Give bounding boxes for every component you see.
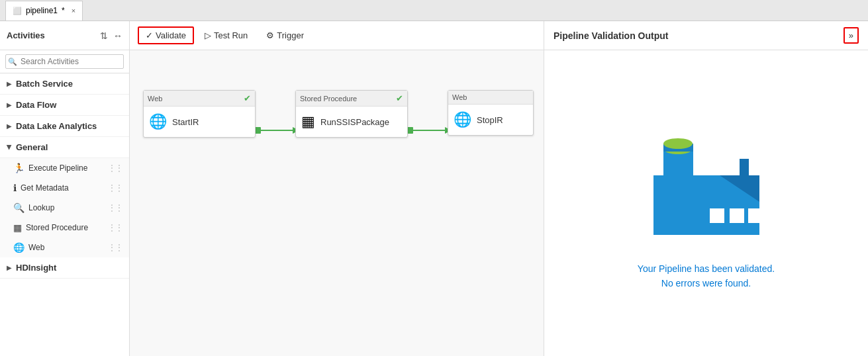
toolbar: ✓ Validate ▷ Test Run ⚙ Trigger bbox=[130, 21, 544, 50]
get-metadata-label: Get Metadata bbox=[21, 183, 69, 193]
stored-procedure-label: Stored Procedure bbox=[26, 223, 88, 232]
sidebar-item-get-metadata[interactable]: ℹ Get Metadata ⋮⋮ bbox=[0, 178, 129, 198]
get-metadata-icon: ℹ bbox=[13, 183, 17, 193]
hdinsight-arrow: ▶ bbox=[7, 264, 12, 271]
node-web2-icon: 🌐 bbox=[454, 111, 471, 128]
lookup-label: Lookup bbox=[28, 203, 54, 212]
web-icon: 🌐 bbox=[13, 242, 24, 253]
sidebar-content: ▶ Batch Service ▶ Data Flow ▶ Data Lake … bbox=[0, 73, 129, 356]
drag-handle-execute: ⋮⋮ bbox=[108, 163, 122, 173]
factory-illustration bbox=[640, 116, 773, 248]
svg-rect-12 bbox=[710, 208, 724, 223]
node-stored-type: Stored Procedure bbox=[300, 95, 357, 103]
svg-rect-13 bbox=[730, 208, 744, 223]
sidebar-item-stored-procedure[interactable]: ▦ Stored Procedure ⋮⋮ bbox=[0, 218, 129, 238]
node-web1[interactable]: Web ✔ 🌐 StartIR bbox=[143, 90, 256, 138]
stored-procedure-icon: ▦ bbox=[13, 222, 22, 233]
sidebar-item-general[interactable]: ▶ General bbox=[0, 137, 129, 158]
drag-handle-metadata: ⋮⋮ bbox=[108, 183, 122, 193]
right-panel: Pipeline Validation Output » bbox=[544, 21, 868, 356]
drag-handle-web: ⋮⋮ bbox=[108, 243, 122, 252]
svg-point-10 bbox=[663, 138, 693, 149]
drag-handle-lookup: ⋮⋮ bbox=[108, 203, 122, 212]
main-container: Activities ⇅ ↔ ▶ Batch Service ▶ Data Fl… bbox=[0, 21, 868, 356]
node-stored-icon: ▦ bbox=[301, 113, 315, 130]
data-flow-label: Data Flow bbox=[16, 100, 56, 110]
data-flow-arrow: ▶ bbox=[7, 101, 12, 109]
svg-rect-7 bbox=[663, 149, 693, 235]
node-web1-check: ✔ bbox=[244, 93, 251, 103]
pipeline-tab-label: pipeline1 bbox=[26, 6, 58, 15]
sidebar-title: Activities bbox=[7, 30, 45, 40]
test-run-icon: ▷ bbox=[205, 30, 211, 40]
node-web1-label: StartIR bbox=[172, 117, 199, 127]
search-input[interactable] bbox=[5, 54, 124, 69]
svg-rect-14 bbox=[748, 208, 759, 223]
sidebar-item-data-flow[interactable]: ▶ Data Flow bbox=[0, 95, 129, 116]
node-web1-header: Web ✔ bbox=[144, 91, 255, 107]
node-web1-body: 🌐 StartIR bbox=[144, 107, 255, 137]
node-web1-icon: 🌐 bbox=[149, 113, 167, 130]
validate-label: Validate bbox=[156, 30, 186, 40]
node-web2-body: 🌐 StopIR bbox=[448, 105, 533, 135]
node-web2-label: StopIR bbox=[477, 115, 503, 125]
web-label: Web bbox=[28, 243, 44, 252]
execute-pipeline-label: Execute Pipeline bbox=[28, 163, 87, 173]
trigger-button[interactable]: ⚙ Trigger bbox=[258, 26, 312, 44]
sidebar-item-hdinsight[interactable]: ▶ HDInsight bbox=[0, 257, 129, 279]
sidebar-expand-icon[interactable]: ⇅ bbox=[100, 30, 108, 41]
right-panel-title: Pipeline Validation Output bbox=[554, 30, 668, 41]
trigger-label: Trigger bbox=[277, 30, 304, 40]
right-panel-header: Pipeline Validation Output » bbox=[544, 21, 868, 50]
node-stored-body: ▦ RunSSISPackage bbox=[296, 107, 407, 137]
sidebar-item-web[interactable]: 🌐 Web ⋮⋮ bbox=[0, 238, 129, 257]
pipeline-canvas[interactable]: Web ✔ 🌐 StartIR Stored Procedure ✔ ▦ Run… bbox=[130, 50, 544, 356]
node-stored-check: ✔ bbox=[396, 93, 403, 103]
sidebar-search-container bbox=[0, 50, 129, 73]
node-web2-type: Web bbox=[452, 93, 467, 101]
sidebar-item-data-lake-analytics[interactable]: ▶ Data Lake Analytics bbox=[0, 116, 129, 137]
node-web1-type: Web bbox=[148, 95, 162, 103]
node-web2-header: Web bbox=[448, 91, 533, 105]
sidebar: Activities ⇅ ↔ ▶ Batch Service ▶ Data Fl… bbox=[0, 21, 130, 356]
validate-button[interactable]: ✓ Validate bbox=[138, 26, 194, 44]
validation-message: Your Pipeline has been validated. No err… bbox=[638, 261, 775, 291]
node-stored-procedure[interactable]: Stored Procedure ✔ ▦ RunSSISPackage bbox=[295, 90, 408, 138]
sidebar-item-lookup[interactable]: 🔍 Lookup ⋮⋮ bbox=[0, 198, 129, 218]
validation-line2: No errors were found. bbox=[661, 278, 751, 289]
search-wrapper bbox=[5, 54, 124, 69]
test-run-label: Test Run bbox=[214, 30, 248, 40]
trigger-icon: ⚙ bbox=[266, 30, 274, 40]
pipeline-tab-modified: * bbox=[62, 6, 65, 15]
batch-service-label: Batch Service bbox=[16, 79, 73, 89]
sidebar-header-icons: ⇅ ↔ bbox=[100, 30, 122, 41]
lookup-icon: 🔍 bbox=[13, 202, 24, 213]
tab-bar: ⬜ pipeline1 * × bbox=[0, 0, 868, 21]
hdinsight-label: HDInsight bbox=[16, 263, 56, 273]
execute-pipeline-icon: 🏃 bbox=[13, 163, 24, 173]
pipeline-tab-icon: ⬜ bbox=[13, 7, 22, 15]
drag-handle-stored: ⋮⋮ bbox=[108, 223, 122, 232]
pipeline-tab[interactable]: ⬜ pipeline1 * × bbox=[5, 1, 83, 21]
sidebar-item-execute-pipeline[interactable]: 🏃 Execute Pipeline ⋮⋮ bbox=[0, 158, 129, 178]
right-panel-content: Your Pipeline has been validated. No err… bbox=[544, 50, 868, 356]
general-label: General bbox=[16, 142, 48, 152]
validate-icon: ✓ bbox=[146, 30, 153, 40]
tab-close-button[interactable]: × bbox=[72, 7, 75, 15]
canvas-area: ✓ Validate ▷ Test Run ⚙ Trigger bbox=[130, 21, 544, 356]
batch-service-arrow: ▶ bbox=[7, 80, 12, 87]
data-lake-label: Data Lake Analytics bbox=[16, 121, 97, 131]
sidebar-collapse-icon[interactable]: ↔ bbox=[113, 30, 122, 41]
sidebar-item-batch-service[interactable]: ▶ Batch Service bbox=[0, 73, 129, 95]
general-arrow: ▶ bbox=[6, 145, 13, 150]
svg-rect-15 bbox=[740, 159, 749, 179]
sidebar-header: Activities ⇅ ↔ bbox=[0, 21, 129, 50]
test-run-button[interactable]: ▷ Test Run bbox=[197, 26, 256, 44]
node-stored-header: Stored Procedure ✔ bbox=[296, 91, 407, 107]
collapse-panel-button[interactable]: » bbox=[844, 27, 859, 44]
node-stored-label: RunSSISPackage bbox=[320, 117, 389, 127]
node-web2[interactable]: Web 🌐 StopIR bbox=[448, 90, 534, 136]
general-sub-items: 🏃 Execute Pipeline ⋮⋮ ℹ Get Metadata ⋮⋮ … bbox=[0, 158, 129, 257]
validation-line1: Your Pipeline has been validated. bbox=[638, 263, 775, 274]
data-lake-arrow: ▶ bbox=[7, 122, 12, 130]
